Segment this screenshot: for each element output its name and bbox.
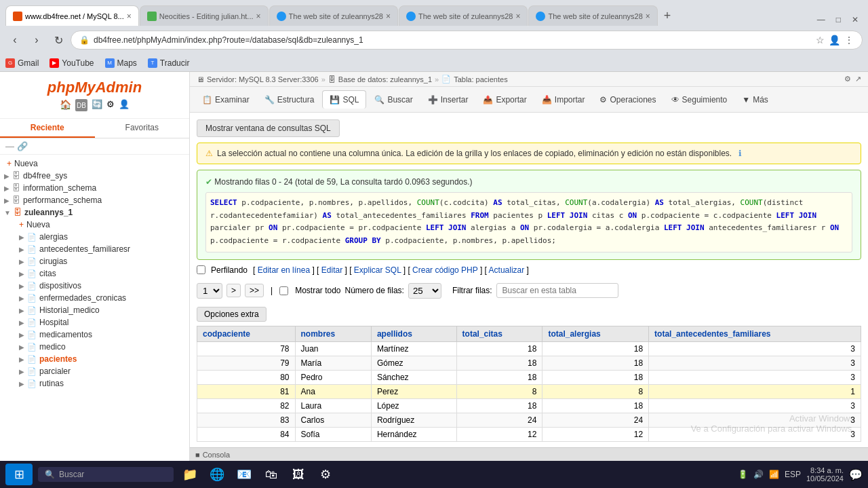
pma-reload-icon[interactable]: 🔄 — [92, 99, 102, 111]
page-selector[interactable]: 1 — [197, 283, 222, 299]
menu-icon[interactable]: ⋮ — [844, 35, 854, 45]
db-subitem-hospital[interactable]: ▶ 📄 Hospital — [0, 316, 189, 329]
browser-tab-2[interactable]: Neocities - Editing julian.ht... × — [140, 5, 269, 26]
db-subitem-antecedentes[interactable]: ▶ 📄 antecedentes_familiaresr — [0, 243, 189, 255]
pma-user-icon[interactable]: 👤 — [119, 99, 130, 111]
col-total-alergias[interactable]: total_alergias — [542, 326, 649, 341]
link-crear-php[interactable]: Crear código PHP — [412, 265, 478, 275]
taskbar-clock[interactable]: 8:34 a. m. 10/05/2024 — [806, 466, 844, 483]
col-codpaciente[interactable]: codpaciente — [197, 326, 296, 341]
db-subitem-medicamentos[interactable]: ▶ 📄 medicamentos — [0, 329, 189, 341]
last-page-btn[interactable]: >> — [245, 284, 264, 297]
minimize-btn[interactable]: — — [813, 14, 829, 26]
pma-gear-icon[interactable]: ⚙ — [106, 99, 115, 111]
new-tab-button[interactable]: + — [661, 6, 674, 26]
link-editar-linea[interactable]: Editar en línea — [258, 265, 310, 275]
sidebar-collapse-icon[interactable]: — — [5, 141, 14, 151]
taskbar-icon-mail[interactable]: 📧 — [233, 464, 255, 485]
pma-fullscreen-btn[interactable]: ↗ — [855, 75, 861, 83]
db-subitem-enfermedades[interactable]: ▶ 📄 enfermedades_cronicas — [0, 292, 189, 304]
pma-settings-btn[interactable]: ⚙ — [844, 75, 851, 83]
tab-close-1[interactable]: × — [127, 12, 132, 21]
browser-tab-3[interactable]: The web site of zuleannys28 × — [269, 5, 398, 26]
console-bar[interactable]: ■ Consola — [190, 447, 868, 461]
table-label-10: medico — [39, 342, 66, 352]
pma-home-icon[interactable]: 🏠 — [60, 99, 71, 111]
nav-btn-sql[interactable]: 💾 SQL — [322, 90, 366, 109]
translate-icon: T — [148, 58, 157, 68]
link-explicar-sql[interactable]: Explicar SQL — [354, 265, 401, 275]
taskbar-icon-store[interactable]: 🛍 — [260, 464, 282, 485]
db-subitem-citas[interactable]: ▶ 📄 citas — [0, 267, 189, 280]
show-all-checkbox[interactable] — [279, 286, 288, 295]
col-nombres[interactable]: nombres — [295, 326, 371, 341]
db-subitem-parcialer[interactable]: ▶ 📄 parcialer — [0, 365, 189, 377]
nav-btn-seguimiento[interactable]: 👁 Seguimiento — [665, 91, 734, 109]
browser-tab-4[interactable]: The web site of zuleannys28 × — [399, 5, 528, 26]
db-subitem-alergias[interactable]: ▶ 📄 alergias — [0, 231, 189, 243]
star-icon[interactable]: ☆ — [816, 35, 825, 45]
col-total-antecedentes[interactable]: total_antecedentes_familiares — [649, 326, 861, 341]
bookmark-translate[interactable]: T Traducir — [148, 58, 190, 68]
db-subitem-nueva[interactable]: + Nueva — [0, 219, 189, 231]
browser-tab-active[interactable]: www.db4free.net / MySQL 8... × — [5, 5, 139, 26]
taskbar-search[interactable]: 🔍 Buscar — [38, 467, 174, 482]
cell-apellidos: Sánchez — [371, 370, 456, 384]
col-apellidos[interactable]: apellidos — [371, 326, 456, 341]
nav-btn-mas[interactable]: ▼ Más — [735, 91, 775, 109]
nav-btn-exportar[interactable]: 📤 Exportar — [476, 91, 533, 109]
db-subitem-dispositivos[interactable]: ▶ 📄 dispositivos — [0, 280, 189, 292]
db-item-info[interactable]: ▶ 🗄 information_schema — [0, 182, 189, 194]
tab-close-3[interactable]: × — [386, 12, 391, 21]
profile-icon[interactable]: 👤 — [829, 35, 840, 45]
rows-per-page-selector[interactable]: 25 50 100 — [408, 283, 441, 299]
tab-favoritas[interactable]: Favoritas — [95, 119, 190, 138]
db-item-db4free[interactable]: ▶ 🗄 db4free_sys — [0, 170, 189, 182]
address-bar[interactable]: 🔒 db4free.net/phpMyAdmin/index.php?route… — [71, 31, 863, 50]
db-subitem-rutinas[interactable]: ▶ 📄 rutinas — [0, 377, 189, 390]
taskbar-icon-settings[interactable]: ⚙ — [315, 464, 336, 485]
forward-button[interactable]: › — [27, 31, 46, 50]
info-icon[interactable]: ℹ — [738, 149, 742, 158]
link-actualizar[interactable]: Actualizar — [489, 265, 525, 275]
bookmark-maps[interactable]: M Maps — [105, 58, 137, 68]
nav-btn-insertar[interactable]: ➕ Insertar — [421, 91, 475, 109]
extra-options-button[interactable]: Opciones extra — [197, 307, 267, 322]
pma-settings-icon[interactable]: DB — [75, 99, 87, 111]
reload-button[interactable]: ↻ — [49, 31, 68, 50]
show-sql-window-button[interactable]: Mostrar ventana de consultas SQL — [197, 119, 340, 137]
db-subitem-pacientes[interactable]: ▶ 📄 pacientes — [0, 353, 189, 365]
tab-reciente[interactable]: Reciente — [0, 119, 95, 138]
filter-input[interactable] — [496, 283, 618, 298]
profiling-checkbox[interactable] — [197, 265, 205, 274]
db-subitem-cirugias[interactable]: ▶ 📄 cirugias — [0, 255, 189, 267]
next-page-btn[interactable]: > — [226, 284, 241, 297]
db-subitem-medico[interactable]: ▶ 📄 medico — [0, 341, 189, 353]
nav-btn-estructura[interactable]: 🔧 Estructura — [258, 91, 321, 109]
nav-btn-importar[interactable]: 📥 Importar — [535, 91, 592, 109]
nav-btn-buscar[interactable]: 🔍 Buscar — [368, 91, 419, 109]
db-subitem-historial[interactable]: ▶ 📄 Historial_medico — [0, 304, 189, 316]
sidebar-link-icon[interactable]: 🔗 — [17, 141, 28, 151]
nav-btn-examinar[interactable]: 📋 Examinar — [195, 91, 256, 109]
nav-btn-operaciones[interactable]: ⚙ Operaciones — [593, 91, 663, 109]
bookmark-youtube[interactable]: ▶ YouTube — [50, 58, 94, 68]
back-button[interactable]: ‹ — [5, 31, 24, 50]
tab-close-2[interactable]: × — [256, 12, 261, 21]
tab-close-5[interactable]: × — [646, 12, 650, 21]
tab-close-4[interactable]: × — [515, 12, 520, 21]
taskbar-icon-photos[interactable]: 🖼 — [288, 464, 309, 485]
start-button[interactable]: ⊞ — [5, 464, 33, 485]
link-editar[interactable]: Editar — [321, 265, 342, 275]
taskbar-icon-files[interactable]: 📁 — [179, 464, 201, 485]
bookmark-gmail[interactable]: G Gmail — [5, 58, 39, 68]
db-item-nueva[interactable]: + Nueva — [0, 157, 189, 170]
maximize-btn[interactable]: □ — [832, 14, 845, 26]
close-btn[interactable]: ✕ — [848, 14, 863, 26]
db-item-perf[interactable]: ▶ 🗄 performance_schema — [0, 194, 189, 206]
taskbar-icon-edge[interactable]: 🌐 — [206, 464, 228, 485]
col-total-citas[interactable]: total_citas — [456, 326, 542, 341]
db-item-zuleannys[interactable]: ▼ 🗄 zuleannys_1 — [0, 206, 189, 219]
notification-icon[interactable]: 💬 — [849, 468, 863, 481]
browser-tab-5[interactable]: The web site of zuleannys28 × — [528, 5, 657, 26]
